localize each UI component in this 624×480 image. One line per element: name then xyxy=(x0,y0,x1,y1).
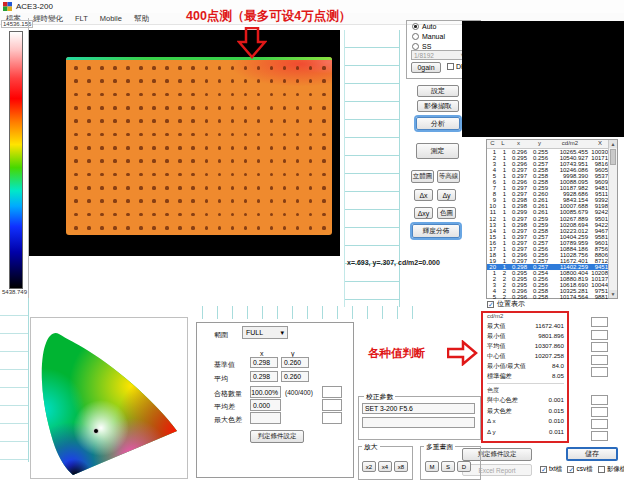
cie-diagram xyxy=(31,318,187,478)
checkbox-box[interactable] xyxy=(598,466,605,473)
menu-item-FLT[interactable]: FLT xyxy=(69,14,94,23)
stereo-view-button[interactable]: 立體圖 xyxy=(411,170,434,183)
measure-point xyxy=(218,186,222,190)
delta-x-button[interactable]: Δx xyxy=(414,189,433,201)
luminance-distribution-button[interactable]: 輝度分佈 xyxy=(412,224,460,238)
position-display-checkbox[interactable]: ✓ 位置表示 xyxy=(487,299,525,309)
checkbox-box[interactable]: ✓ xyxy=(540,466,547,473)
radio-dot[interactable] xyxy=(412,33,419,40)
analyze-button[interactable]: 分析 xyxy=(416,117,460,130)
measure-point xyxy=(113,106,117,110)
measurement-table[interactable]: CLxycd/m2X 110.2960.25510265.45510030210… xyxy=(486,139,618,299)
measure-point xyxy=(113,186,117,190)
measure-point xyxy=(257,159,261,163)
measure-point xyxy=(178,146,182,150)
radio-dot[interactable] xyxy=(412,43,419,50)
reference-y-field[interactable]: 0.260 xyxy=(281,357,309,368)
stat-lum-row: 中心值10207.258 xyxy=(487,352,564,361)
measure-point xyxy=(178,79,182,83)
menu-item-Mobile[interactable]: Mobile xyxy=(94,14,128,23)
settings-button[interactable]: 設定 xyxy=(417,85,459,97)
gain-button[interactable]: 0gain xyxy=(411,62,441,73)
measure-point xyxy=(178,213,182,217)
filecheck-txt檔[interactable]: ✓txt檔 xyxy=(540,465,562,474)
calibration-value-field[interactable]: SET 3-200 F5.6 xyxy=(362,403,475,414)
position-display-box[interactable]: ✓ xyxy=(487,301,494,308)
zoom-button-x8[interactable]: x8 xyxy=(394,461,408,472)
shutter-select[interactable]: 1/8192 ▾ xyxy=(411,50,467,60)
measure-point xyxy=(113,119,117,123)
contour-button[interactable]: 等高線 xyxy=(437,170,460,183)
menu-item-幫助[interactable]: 幫助 xyxy=(128,14,155,24)
checkbox-box[interactable]: ✓ xyxy=(567,466,574,473)
radio-manual[interactable]: Manual xyxy=(412,33,445,40)
range-label: 範圍 xyxy=(214,330,228,340)
scroll-up-icon[interactable]: ▲ xyxy=(609,140,617,148)
measure-point xyxy=(191,173,195,177)
table-scrollbar[interactable]: ▲ ▼ xyxy=(608,140,617,298)
average-y-field[interactable]: 0.260 xyxy=(281,371,309,382)
measure-point xyxy=(231,93,235,97)
measure-point xyxy=(100,159,104,163)
measure-point xyxy=(205,93,209,97)
measure-point xyxy=(309,106,313,110)
average-x-field[interactable]: 0.298 xyxy=(250,371,278,382)
measure-point xyxy=(231,119,235,123)
reference-x-field[interactable]: 0.298 xyxy=(250,357,278,368)
zoom-button-x4[interactable]: x4 xyxy=(378,461,392,472)
scroll-down-icon[interactable]: ▼ xyxy=(609,290,617,298)
measure-point xyxy=(218,119,222,123)
stats-chroma-header: 色度 xyxy=(487,386,499,395)
color-map-button[interactable]: 色圖 xyxy=(437,207,456,219)
measure-point xyxy=(113,133,117,137)
measured-panel-heatmap xyxy=(66,57,332,235)
measure-point xyxy=(205,159,209,163)
zoom-button-x2[interactable]: x2 xyxy=(362,461,376,472)
judge-condition-settings-button[interactable]: 判定條件設定 xyxy=(250,430,304,443)
filecheck-影像檔[interactable]: 影像檔 xyxy=(598,465,624,474)
dr-checkbox-box[interactable] xyxy=(447,63,454,70)
stat-chroma-row: 與中心色差0.001 xyxy=(487,396,564,405)
measure-point xyxy=(74,159,78,163)
multi-button-D[interactable]: D xyxy=(457,461,471,472)
measure-point xyxy=(152,213,156,217)
image-capture-button[interactable]: 影像擷取 xyxy=(417,100,459,112)
radio-dot[interactable] xyxy=(412,23,419,30)
calibration-value2-field[interactable] xyxy=(362,417,475,428)
multi-button-M[interactable]: M xyxy=(425,461,439,472)
app-icon xyxy=(3,2,12,11)
measure-point xyxy=(322,226,326,230)
measure-point xyxy=(283,133,287,137)
measure-point xyxy=(178,66,182,70)
measure-point xyxy=(270,93,274,97)
measure-point xyxy=(139,133,143,137)
measure-point xyxy=(126,106,130,110)
measure-point xyxy=(244,146,248,150)
measure-point xyxy=(152,226,156,230)
measure-point xyxy=(231,159,235,163)
measure-point xyxy=(113,213,117,217)
measure-point xyxy=(178,106,182,110)
measure-point xyxy=(74,199,78,203)
range-select[interactable]: FULL ▾ xyxy=(242,326,288,339)
heatmap-top-edge xyxy=(66,57,332,60)
measure-point xyxy=(322,213,326,217)
multi-button-S[interactable]: S xyxy=(441,461,455,472)
radio-auto[interactable]: Auto xyxy=(412,23,436,30)
luminance-image-view[interactable] xyxy=(29,30,340,256)
scrollbar-thumb[interactable] xyxy=(610,149,616,165)
measure-point xyxy=(139,226,143,230)
measure-point xyxy=(205,146,209,150)
pass-ratio: (400/400) xyxy=(285,389,313,396)
save-button[interactable]: 儲存 xyxy=(566,447,618,461)
measure-point xyxy=(244,106,248,110)
table-body[interactable]: 110.2960.25510265.45510030210.2950.25610… xyxy=(487,149,617,299)
radio-ss[interactable]: SS xyxy=(412,43,431,50)
measure-point xyxy=(178,133,182,137)
filecheck-csv檔[interactable]: ✓csv檔 xyxy=(567,465,592,474)
delta-xy-button[interactable]: Δxy xyxy=(414,207,433,219)
delta-y-button[interactable]: Δy xyxy=(437,189,456,201)
measure-button[interactable]: 測定 xyxy=(416,143,459,159)
measure-point xyxy=(309,93,313,97)
measure-point xyxy=(205,79,209,83)
